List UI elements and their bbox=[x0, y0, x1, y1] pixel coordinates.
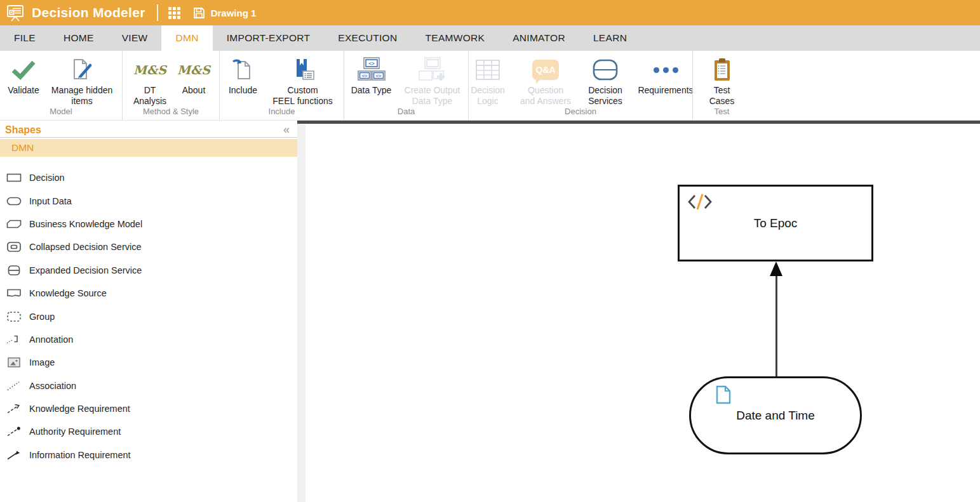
validate-check-icon bbox=[10, 55, 37, 85]
decision-logic-button: Decision Logic bbox=[462, 55, 513, 107]
panel-canvas-divider[interactable] bbox=[297, 121, 305, 502]
ribbon-group-model: Validate Manage hidden items Model bbox=[0, 51, 122, 120]
ribbon-group-label-include: Include bbox=[220, 107, 344, 120]
menu-tab-file[interactable]: FILE bbox=[0, 25, 50, 51]
code-icon bbox=[687, 193, 713, 214]
requirements-button[interactable]: Requirements bbox=[633, 55, 699, 107]
node-label: To Epoc bbox=[754, 216, 798, 230]
shapes-list: Decision Input Data Business Knowledge M… bbox=[0, 157, 297, 466]
node-date-and-time[interactable]: Date and Time bbox=[689, 376, 862, 454]
custom-feel-functions-button[interactable]: Custom FEEL functions bbox=[264, 55, 342, 107]
qa-bubble-icon: Q&A bbox=[532, 55, 559, 85]
data-type-icon: <> <> <> bbox=[357, 55, 386, 85]
shape-item-group[interactable]: Group bbox=[0, 305, 297, 327]
decision-services-button[interactable]: Decision Services bbox=[578, 55, 633, 107]
validate-button[interactable]: Validate bbox=[3, 55, 44, 107]
svg-text:<>: <> bbox=[361, 73, 368, 79]
decision-shape-icon bbox=[6, 172, 22, 183]
shape-item-expanded-decision-service[interactable]: Expanded Decision Service bbox=[0, 259, 297, 282]
collapse-panel-icon[interactable]: « bbox=[283, 123, 290, 136]
information-requirement-connector-icon bbox=[6, 449, 22, 461]
menu-tab-import-export[interactable]: IMPORT-EXPORT bbox=[213, 25, 325, 51]
association-connector-icon bbox=[6, 380, 22, 392]
decision-service-icon bbox=[592, 55, 619, 85]
document-icon bbox=[715, 385, 732, 407]
annotation-shape-icon bbox=[6, 334, 22, 345]
ribbon-group-include: Include Custom FEEL functions bbox=[219, 51, 344, 120]
menu-tab-home[interactable]: HOME bbox=[50, 25, 108, 51]
app-grid-icon[interactable] bbox=[168, 7, 180, 19]
menu-tab-learn[interactable]: LEARN bbox=[579, 25, 641, 51]
ribbon-group-decision: Decision Logic Q&A Question and Answers … bbox=[468, 51, 692, 120]
include-button[interactable]: Include bbox=[222, 55, 264, 107]
authority-requirement-connector-icon bbox=[6, 426, 22, 437]
feel-book-icon bbox=[290, 55, 316, 85]
knowledge-source-shape-icon bbox=[6, 287, 22, 299]
shape-item-authority-requirement[interactable]: Authority Requirement bbox=[0, 420, 297, 443]
ribbon-group-data: <> <> <> Data Type bbox=[344, 51, 468, 120]
dt-analysis-button[interactable]: M&S DT Analysis bbox=[127, 55, 173, 107]
ms-logo-icon: M&S bbox=[177, 55, 210, 85]
app-logo-icon: D bbox=[6, 4, 24, 22]
shape-item-collapsed-decision-service[interactable]: Collapsed Decision Service bbox=[0, 235, 297, 258]
test-cases-button[interactable]: Test Cases bbox=[700, 55, 744, 107]
svg-text:<>: <> bbox=[368, 61, 375, 67]
ribbon-group-method-style: M&S DT Analysis M&S About Method & Style bbox=[122, 51, 219, 120]
decision-logic-table-icon bbox=[474, 55, 501, 85]
document-pencil-icon bbox=[70, 55, 94, 85]
menu-tab-view[interactable]: VIEW bbox=[108, 25, 162, 51]
about-button[interactable]: M&S About bbox=[173, 55, 215, 107]
create-output-data-type-icon bbox=[418, 55, 447, 85]
node-label: Date and Time bbox=[736, 409, 815, 423]
ribbon-group-label-decision: Decision bbox=[469, 107, 692, 120]
shape-item-association[interactable]: Association bbox=[0, 374, 297, 397]
shapes-section-dmn[interactable]: DMN bbox=[0, 139, 297, 157]
svg-text:D: D bbox=[10, 10, 13, 15]
menu-tab-animator[interactable]: ANIMATOR bbox=[499, 25, 579, 51]
titlebar: D Decision Modeler Drawing 1 bbox=[0, 0, 980, 25]
ribbon: Validate Manage hidden items Model M&S bbox=[0, 51, 980, 121]
node-to-epoc[interactable]: To Epoc bbox=[678, 185, 873, 261]
data-type-button[interactable]: <> <> <> Data Type bbox=[346, 55, 398, 107]
create-output-data-type-button: Create Output Data Type bbox=[398, 55, 467, 107]
shape-item-image[interactable]: Image bbox=[0, 351, 297, 374]
business-knowledge-model-shape-icon bbox=[6, 218, 22, 230]
shapes-panel-title: Shapes bbox=[5, 124, 283, 136]
ribbon-group-label-method-style: Method & Style bbox=[123, 107, 219, 120]
shape-item-information-requirement[interactable]: Information Requirement bbox=[0, 444, 297, 466]
ribbon-group-label-test: Test bbox=[693, 107, 751, 120]
menubar: FILE HOME VIEW DMN IMPORT-EXPORT EXECUTI… bbox=[0, 25, 980, 51]
save-icon[interactable] bbox=[193, 7, 205, 19]
manage-hidden-items-button[interactable]: Manage hidden items bbox=[44, 55, 119, 107]
image-shape-icon bbox=[6, 357, 22, 368]
group-shape-icon bbox=[6, 311, 22, 322]
shape-item-business-knowledge-model[interactable]: Business Knowledge Model bbox=[0, 213, 297, 235]
app-title: Decision Modeler bbox=[32, 5, 145, 20]
svg-text:<>: <> bbox=[375, 73, 382, 79]
menu-tab-teamwork[interactable]: TEAMWORK bbox=[411, 25, 499, 51]
question-answers-button: Q&A Question and Answers bbox=[513, 55, 578, 107]
collapsed-decision-service-shape-icon bbox=[6, 241, 22, 253]
test-cases-clipboard-icon bbox=[713, 55, 732, 85]
shape-item-input-data[interactable]: Input Data bbox=[0, 189, 297, 212]
shape-item-knowledge-requirement[interactable]: Knowledge Requirement bbox=[0, 397, 297, 420]
ms-logo-icon: M&S bbox=[133, 55, 166, 85]
ribbon-group-label-data: Data bbox=[344, 107, 468, 120]
shape-item-knowledge-source[interactable]: Knowledge Source bbox=[0, 282, 297, 305]
information-requirement-edge[interactable] bbox=[775, 276, 777, 376]
diagram-canvas[interactable]: To Epoc Date and Time bbox=[305, 121, 980, 502]
information-requirement-arrowhead bbox=[770, 261, 782, 276]
titlebar-divider bbox=[157, 4, 158, 21]
include-document-icon bbox=[231, 55, 256, 85]
ribbon-group-test: Test Cases Test bbox=[692, 51, 751, 120]
ribbon-group-label-model: Model bbox=[0, 107, 122, 120]
expanded-decision-service-shape-icon bbox=[6, 265, 22, 276]
document-title: Drawing 1 bbox=[211, 8, 257, 18]
main-area: Shapes « DMN Decision Input Data Busines… bbox=[0, 121, 980, 502]
menu-tab-execution[interactable]: EXECUTION bbox=[324, 25, 411, 51]
knowledge-requirement-connector-icon bbox=[6, 403, 22, 414]
menu-tab-dmn[interactable]: DMN bbox=[161, 25, 212, 51]
shape-item-annotation[interactable]: Annotation bbox=[0, 328, 297, 351]
input-data-shape-icon bbox=[6, 195, 22, 207]
shape-item-decision[interactable]: Decision bbox=[0, 166, 297, 189]
